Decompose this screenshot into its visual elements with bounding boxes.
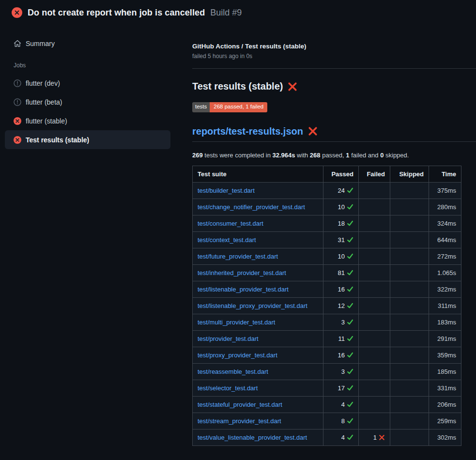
- alert-circle-icon: [14, 98, 21, 106]
- time-cell: 375ms: [429, 182, 461, 199]
- check-icon: [347, 220, 353, 227]
- test-suite-link[interactable]: test/value_listenable_provider_test.dart: [198, 434, 307, 441]
- section-title: Test results (stable): [192, 81, 476, 92]
- passed-cell: 81: [323, 264, 359, 281]
- time-cell: 311ms: [429, 297, 461, 314]
- test-suite-link[interactable]: test/listenable_proxy_provider_test.dart: [198, 302, 307, 309]
- skipped-cell: [390, 297, 429, 314]
- check-icon: [347, 434, 353, 441]
- failed-cell: [359, 330, 390, 347]
- test-suite-link[interactable]: test/context_test.dart: [198, 236, 256, 244]
- test-suite-link[interactable]: test/multi_provider_test.dart: [198, 319, 275, 326]
- test-suite-cell: test/reassemble_test.dart: [193, 363, 323, 380]
- home-icon: [14, 40, 21, 47]
- test-suite-link[interactable]: test/listenable_provider_test.dart: [198, 286, 289, 293]
- failed-cell: [359, 363, 390, 380]
- test-suite-link[interactable]: test/stream_provider_test.dart: [198, 417, 281, 425]
- passed-cell: 3: [323, 363, 359, 380]
- test-suite-link[interactable]: test/reassemble_test.dart: [198, 368, 268, 375]
- skipped-cell: [390, 380, 429, 396]
- report-file-title: reports/test-results.json: [192, 126, 476, 137]
- sidebar: Summary Jobs flutter (dev)flutter (beta)…: [5, 36, 170, 149]
- table-row: test/stream_provider_test.dart8259ms: [193, 413, 461, 429]
- test-suite-cell: test/value_listenable_provider_test.dart: [193, 429, 323, 445]
- check-icon: [347, 319, 353, 325]
- time-cell: 324ms: [429, 215, 461, 231]
- sidebar-item-job-3[interactable]: Test results (stable): [5, 130, 170, 149]
- column-header-test-suite: Test suite: [193, 166, 323, 182]
- test-suite-cell: test/stream_provider_test.dart: [193, 413, 323, 429]
- sidebar-item-job-2[interactable]: flutter (stable): [5, 111, 170, 130]
- check-icon: [347, 417, 353, 424]
- sidebar-item-job-0[interactable]: flutter (dev): [5, 74, 170, 92]
- passed-cell: 24: [323, 182, 359, 199]
- sidebar-item-job-1[interactable]: flutter (beta): [5, 92, 170, 111]
- failed-cell: [359, 281, 390, 297]
- table-row: test/stateful_provider_test.dart4206ms: [193, 396, 461, 413]
- test-suite-link[interactable]: test/proxy_provider_test.dart: [198, 352, 277, 359]
- table-row: test/listenable_provider_test.dart16322m…: [193, 281, 461, 297]
- skipped-cell: [390, 199, 429, 215]
- check-icon: [347, 401, 353, 408]
- x-circle-icon: [14, 136, 21, 144]
- failed-cell: [359, 231, 390, 248]
- run-status-text: failed 5 hours ago in 0s: [192, 53, 476, 60]
- sidebar-item-summary[interactable]: Summary: [5, 36, 170, 51]
- build-number: Build #9: [210, 8, 242, 18]
- failed-cell: [359, 264, 390, 281]
- x-icon: [379, 434, 385, 441]
- failed-x-icon: [308, 126, 318, 136]
- time-cell: 183ms: [429, 314, 461, 330]
- passed-cell: 16: [323, 347, 359, 363]
- time-cell: 272ms: [429, 248, 461, 264]
- failed-status-circle-icon: [12, 7, 22, 18]
- table-row: test/change_notifier_provider_test.dart1…: [193, 199, 461, 215]
- table-row: test/provider_test.dart11291ms: [193, 330, 461, 347]
- check-icon: [347, 187, 353, 194]
- test-summary-sentence: 269 tests were completed in 32.964s with…: [192, 152, 476, 159]
- sidebar-item-label: flutter (dev): [26, 79, 60, 87]
- test-suite-cell: test/context_test.dart: [193, 231, 323, 248]
- skipped-cell: [390, 330, 429, 347]
- test-suite-cell: test/builder_test.dart: [193, 182, 323, 199]
- table-row: test/future_provider_test.dart10272ms: [193, 248, 461, 264]
- test-suite-link[interactable]: test/future_provider_test.dart: [198, 253, 278, 260]
- test-suite-link[interactable]: test/consumer_test.dart: [198, 220, 263, 227]
- test-suite-link[interactable]: test/selector_test.dart: [198, 384, 258, 392]
- table-row: test/context_test.dart31644ms: [193, 231, 461, 248]
- check-icon: [347, 286, 353, 292]
- passed-cell: 18: [323, 215, 359, 231]
- test-suite-cell: test/proxy_provider_test.dart: [193, 347, 323, 363]
- time-cell: 206ms: [429, 396, 461, 413]
- breadcrumb: GitHub Actions / Test results (stable): [192, 43, 476, 50]
- table-row: test/value_listenable_provider_test.dart…: [193, 429, 461, 445]
- failed-cell: [359, 380, 390, 396]
- skipped-cell: [390, 215, 429, 231]
- test-results-table: Test suite Passed Failed Skipped Time te…: [192, 166, 461, 446]
- alert-circle-icon: [14, 79, 21, 87]
- sidebar-item-label: flutter (beta): [26, 98, 62, 106]
- passed-cell: 10: [323, 248, 359, 264]
- passed-cell: 4: [323, 429, 359, 445]
- test-suite-link[interactable]: test/builder_test.dart: [198, 187, 255, 194]
- test-suite-link[interactable]: test/provider_test.dart: [198, 335, 259, 342]
- passed-cell: 17: [323, 380, 359, 396]
- test-suite-cell: test/selector_test.dart: [193, 380, 323, 396]
- test-suite-link[interactable]: test/change_notifier_provider_test.dart: [198, 203, 305, 211]
- table-row: test/consumer_test.dart18324ms: [193, 215, 461, 231]
- failed-cell: 1: [359, 429, 390, 445]
- badge-label: tests: [192, 102, 210, 112]
- test-suite-cell: test/future_provider_test.dart: [193, 248, 323, 264]
- column-header-failed: Failed: [359, 166, 390, 182]
- test-suite-link[interactable]: test/inherited_provider_test.dart: [198, 269, 286, 276]
- sidebar-item-label: Test results (stable): [26, 136, 89, 144]
- failed-cell: [359, 182, 390, 199]
- skipped-cell: [390, 281, 429, 297]
- test-suite-cell: test/change_notifier_provider_test.dart: [193, 199, 323, 215]
- skipped-cell: [390, 314, 429, 330]
- build-header: Do not create report when job is cancell…: [12, 7, 242, 18]
- test-suite-link[interactable]: test/stateful_provider_test.dart: [198, 401, 282, 408]
- report-file-link[interactable]: reports/test-results.json: [192, 126, 303, 137]
- time-cell: 322ms: [429, 281, 461, 297]
- time-cell: 359ms: [429, 347, 461, 363]
